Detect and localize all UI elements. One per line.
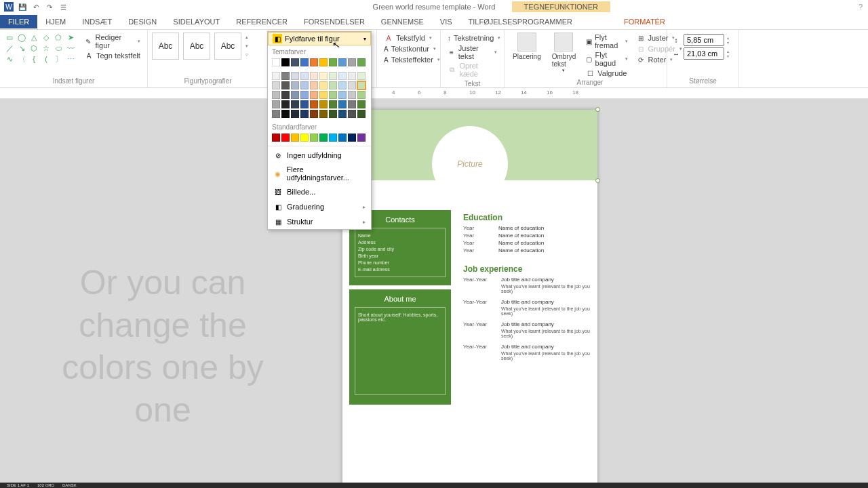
color-swatch[interactable]: [338, 110, 347, 118]
shape-fill-trigger[interactable]: ◧Fyldfarve til figur▾: [268, 32, 371, 45]
color-swatch[interactable]: [348, 100, 356, 108]
save-icon[interactable]: 💾: [18, 2, 27, 12]
more-colors-item[interactable]: ◉Flere udfyldningsfarver...: [268, 163, 371, 184]
color-swatch[interactable]: [310, 81, 318, 89]
align-text-button[interactable]: ≡Juster tekst: [445, 43, 500, 61]
tab-mailings[interactable]: FORSENDELSER: [296, 15, 373, 28]
color-swatch[interactable]: [272, 81, 280, 89]
color-swatch[interactable]: [357, 72, 366, 80]
color-swatch[interactable]: [348, 81, 356, 89]
style-preset[interactable]: Abc: [152, 33, 179, 60]
color-swatch[interactable]: [300, 81, 309, 89]
color-swatch[interactable]: [281, 134, 290, 142]
color-swatch[interactable]: [272, 58, 280, 66]
color-swatch[interactable]: [272, 91, 280, 99]
color-swatch[interactable]: [338, 81, 347, 89]
tab-references[interactable]: REFERENCER: [228, 15, 296, 28]
color-swatch[interactable]: [281, 81, 290, 89]
color-swatch[interactable]: [319, 100, 328, 108]
tab-view[interactable]: VIS: [432, 15, 460, 28]
tab-format[interactable]: FORMATÉR: [616, 15, 673, 28]
color-swatch[interactable]: [310, 100, 318, 108]
style-preset[interactable]: Abc: [183, 33, 210, 60]
tab-file[interactable]: FILER: [0, 15, 37, 28]
color-swatch[interactable]: [300, 91, 309, 99]
text-direction-button[interactable]: ↕Tekstretning: [445, 33, 500, 43]
redo-icon[interactable]: ↷: [45, 2, 54, 12]
text-fill-button[interactable]: ATekstfyld: [381, 33, 436, 43]
color-swatch[interactable]: [329, 81, 337, 89]
color-swatch[interactable]: [338, 58, 347, 66]
draw-textbox-button[interactable]: ATegn tekstfelt: [81, 50, 143, 61]
color-swatch[interactable]: [329, 110, 337, 118]
color-swatch[interactable]: [329, 100, 337, 108]
color-swatch[interactable]: [281, 58, 290, 66]
color-swatch[interactable]: [281, 91, 290, 99]
color-swatch[interactable]: [357, 81, 366, 89]
color-swatch[interactable]: [310, 110, 318, 118]
color-swatch[interactable]: [338, 134, 347, 142]
color-swatch[interactable]: [348, 72, 356, 80]
help-icon[interactable]: ?: [859, 3, 863, 11]
color-swatch[interactable]: [300, 100, 309, 108]
color-swatch[interactable]: [281, 110, 290, 118]
color-swatch[interactable]: [281, 100, 290, 108]
undo-icon[interactable]: ↶: [31, 2, 41, 12]
tab-home[interactable]: HJEM: [37, 15, 74, 28]
color-swatch[interactable]: [348, 58, 356, 66]
color-swatch[interactable]: [357, 110, 366, 118]
color-swatch[interactable]: [338, 91, 347, 99]
no-fill-item[interactable]: ⊘Ingen udfyldning: [268, 148, 371, 163]
color-swatch[interactable]: [291, 110, 299, 118]
color-swatch[interactable]: [310, 134, 318, 142]
resize-handle[interactable]: [595, 107, 600, 112]
color-swatch[interactable]: [357, 58, 366, 66]
color-swatch[interactable]: [291, 134, 299, 142]
send-backward-button[interactable]: ▢Flyt bagud: [583, 50, 630, 68]
color-swatch[interactable]: [319, 58, 328, 66]
color-swatch[interactable]: [291, 81, 299, 89]
color-swatch[interactable]: [357, 91, 366, 99]
position-button[interactable]: Placering: [509, 33, 545, 60]
color-swatch[interactable]: [310, 91, 318, 99]
color-swatch[interactable]: [329, 72, 337, 80]
color-swatch[interactable]: [348, 91, 356, 99]
color-swatch[interactable]: [300, 110, 309, 118]
color-swatch[interactable]: [338, 100, 347, 108]
color-swatch[interactable]: [329, 58, 337, 66]
color-swatch[interactable]: [319, 91, 328, 99]
color-swatch[interactable]: [357, 100, 366, 108]
wrap-text-button[interactable]: Ombryd tekst▾: [548, 33, 580, 73]
color-swatch[interactable]: [272, 134, 280, 142]
color-swatch[interactable]: [291, 58, 299, 66]
resume-header-shape[interactable]: Picture: [342, 110, 597, 180]
text-outline-button[interactable]: ATekstkontur: [381, 43, 436, 54]
picture-fill-item[interactable]: 🖼Billede...: [268, 184, 371, 199]
height-input[interactable]: [684, 34, 724, 46]
tab-design[interactable]: DESIGN: [120, 15, 165, 28]
color-swatch[interactable]: [291, 72, 299, 80]
style-preset[interactable]: Abc: [214, 33, 241, 60]
color-swatch[interactable]: [319, 134, 328, 142]
color-swatch[interactable]: [319, 110, 328, 118]
color-swatch[interactable]: [300, 72, 309, 80]
status-words[interactable]: 102 ORD: [37, 483, 54, 487]
color-swatch[interactable]: [319, 81, 328, 89]
tab-insert[interactable]: INDSÆT: [74, 15, 120, 28]
color-swatch[interactable]: [329, 134, 337, 142]
color-swatch[interactable]: [338, 72, 347, 80]
status-page[interactable]: SIDE 1 AF 1: [7, 483, 29, 487]
resize-handle[interactable]: [595, 178, 600, 183]
tab-review[interactable]: GENNEMSE: [373, 15, 432, 28]
color-swatch[interactable]: [310, 58, 318, 66]
color-swatch[interactable]: [357, 134, 366, 142]
shapes-gallery[interactable]: ▭◯△◇⬠➤ ／↘⬡☆⬭〰 ∿〈{(〕⋯: [4, 33, 76, 64]
gradient-item[interactable]: ◧Graduering▸: [268, 199, 371, 214]
touch-icon[interactable]: ☰: [58, 2, 68, 12]
edit-shape-button[interactable]: ✎Rediger figur: [81, 33, 143, 50]
shape-style-gallery[interactable]: Abc Abc Abc ▴▾▿: [152, 33, 264, 60]
bring-forward-button[interactable]: ▣Flyt fremad: [583, 33, 630, 50]
color-swatch[interactable]: [300, 134, 309, 142]
status-lang[interactable]: DANSK: [62, 483, 77, 487]
color-swatch[interactable]: [281, 72, 290, 80]
